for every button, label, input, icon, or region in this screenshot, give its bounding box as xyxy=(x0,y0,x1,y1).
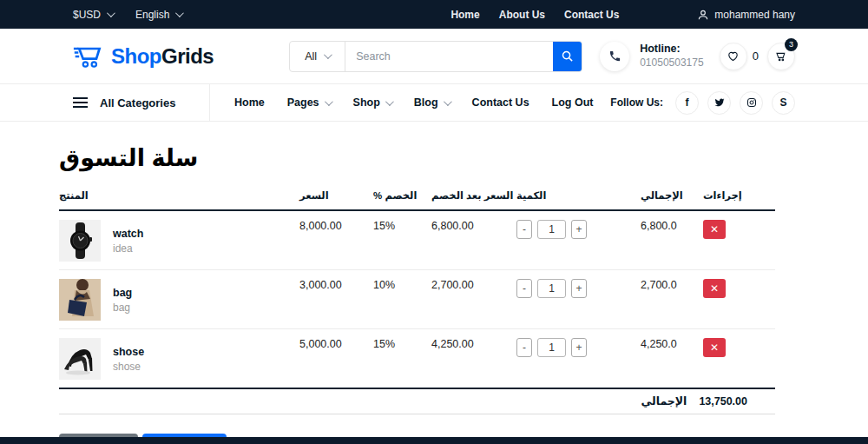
discount-cell: 15% xyxy=(373,329,431,389)
column-header-total: الإجمالي xyxy=(618,189,703,210)
product-name[interactable]: shose xyxy=(113,346,144,358)
cart-section: سلة التسوق المنتج السعر % الخصم السعر بع… xyxy=(59,144,775,444)
hamburger-icon xyxy=(73,97,88,108)
search-button[interactable] xyxy=(553,42,582,71)
instagram-icon[interactable] xyxy=(740,91,763,115)
nav-divider xyxy=(209,84,210,122)
price-cell: 3,000.00 xyxy=(299,270,373,329)
nav-item-blog[interactable]: Blog xyxy=(414,96,450,109)
twitter-icon[interactable] xyxy=(707,91,731,115)
chevron-down-icon xyxy=(324,50,332,59)
column-header-actions: إجراءات xyxy=(703,189,775,210)
delete-icon: ✕ xyxy=(710,341,719,354)
topbar-link-contact[interactable]: Contact Us xyxy=(564,9,619,21)
nav-item-shop[interactable]: Shop xyxy=(353,96,391,109)
remove-item-button[interactable]: ✕ xyxy=(703,220,726,239)
total-cell: 2,700.0 xyxy=(618,270,703,329)
remove-item-button[interactable]: ✕ xyxy=(703,279,726,298)
search-category-value: All xyxy=(305,50,317,63)
phone-icon xyxy=(600,42,629,71)
table-row: bag bag 3,000.00 10% 2,700.00 - + 2,700.… xyxy=(59,270,775,329)
total-cell: 6,800.0 xyxy=(618,210,703,270)
price-after-cell: 2,700.00 xyxy=(431,270,516,329)
cart-button[interactable]: 3 xyxy=(767,43,795,70)
column-header-discount: % الخصم xyxy=(373,189,431,210)
all-categories-button[interactable]: All Categories xyxy=(73,96,209,109)
facebook-icon[interactable]: f xyxy=(675,91,699,115)
discount-cell: 15% xyxy=(373,210,431,270)
column-header-quantity: الكمية xyxy=(516,189,618,210)
hotline-label: Hotline: xyxy=(640,43,703,56)
search-input[interactable] xyxy=(345,42,553,71)
footer-strip xyxy=(0,437,868,444)
quantity-decrease-button[interactable]: - xyxy=(516,279,532,298)
currency-label: $USD xyxy=(73,9,101,21)
quantity-increase-button[interactable]: + xyxy=(571,338,587,357)
cart-icon xyxy=(774,50,788,63)
language-label: English xyxy=(135,9,169,21)
topbar-link-home[interactable]: Home xyxy=(450,9,479,21)
price-after-cell: 6,800.00 xyxy=(431,210,516,270)
logo[interactable]: ShopGrids xyxy=(73,43,214,70)
logo-text-shop: Shop xyxy=(111,44,161,68)
grand-total-label: الإجمالي xyxy=(641,394,687,408)
user-menu[interactable]: mohammed hany xyxy=(697,9,795,21)
quantity-input[interactable] xyxy=(537,279,566,298)
product-category: idea xyxy=(113,242,143,255)
quantity-input[interactable] xyxy=(537,338,566,357)
language-select[interactable]: English xyxy=(135,9,181,21)
watch-image xyxy=(59,220,101,262)
nav-item-shop-label: Shop xyxy=(353,96,380,109)
price-after-cell: 4,250.00 xyxy=(431,329,516,389)
price-cell: 5,000.00 xyxy=(299,329,373,389)
column-header-price-after: السعر بعد الخصم xyxy=(431,189,516,210)
quantity-increase-button[interactable]: + xyxy=(571,220,587,239)
shose-image xyxy=(59,338,101,380)
page-title: سلة التسوق xyxy=(59,144,775,172)
nav-item-pages[interactable]: Pages xyxy=(287,96,331,109)
cart-table: المنتج السعر % الخصم السعر بعد الخصم الك… xyxy=(59,189,775,389)
cart-logo-icon xyxy=(73,43,104,70)
quantity-decrease-button[interactable]: - xyxy=(516,338,532,357)
nav-bar: All Categories Home Pages Shop Blog Cont… xyxy=(0,84,868,122)
product-name[interactable]: watch xyxy=(113,228,143,240)
cart-total-row: الإجمالي 13,750.00 xyxy=(59,389,775,414)
chevron-down-icon xyxy=(444,97,452,106)
chevron-down-icon xyxy=(175,9,184,17)
follow-us-label: Follow Us: xyxy=(610,96,663,109)
total-cell: 4,250.0 xyxy=(618,329,703,389)
discount-cell: 10% xyxy=(373,270,431,329)
price-cell: 8,000.00 xyxy=(299,210,373,270)
heart-icon xyxy=(727,50,740,63)
column-header-price: السعر xyxy=(299,189,373,210)
delete-icon: ✕ xyxy=(710,223,719,235)
product-category: bag xyxy=(113,302,132,314)
all-categories-label: All Categories xyxy=(100,96,175,109)
chevron-down-icon xyxy=(325,97,333,106)
search-category-select[interactable]: All xyxy=(290,42,345,71)
quantity-decrease-button[interactable]: - xyxy=(516,220,532,239)
wishlist-count: 0 xyxy=(753,50,759,63)
main-header: ShopGrids All H xyxy=(0,29,868,84)
chevron-down-icon xyxy=(385,97,394,106)
remove-item-button[interactable]: ✕ xyxy=(703,338,726,357)
wishlist-button[interactable] xyxy=(720,43,747,70)
table-row: shose shose 5,000.00 15% 4,250.00 - + 4,… xyxy=(59,329,775,389)
topbar-link-about[interactable]: About Us xyxy=(499,9,545,21)
grand-total-value: 13,750.00 xyxy=(699,395,747,408)
search-icon xyxy=(561,50,574,63)
chevron-down-icon xyxy=(107,9,115,17)
product-name[interactable]: bag xyxy=(113,287,132,299)
nav-item-blog-label: Blog xyxy=(414,96,438,109)
quantity-increase-button[interactable]: + xyxy=(571,279,587,298)
bag-image xyxy=(59,279,101,321)
skype-icon[interactable]: S xyxy=(772,91,795,115)
currency-select[interactable]: $USD xyxy=(73,9,113,21)
person-icon xyxy=(697,9,709,21)
quantity-input[interactable] xyxy=(537,220,566,239)
hotline: Hotline: 01050503175 xyxy=(600,42,703,71)
nav-item-logout[interactable]: Log Out xyxy=(552,96,594,109)
nav-item-contact[interactable]: Contact Us xyxy=(472,96,529,109)
hotline-number: 01050503175 xyxy=(640,56,703,70)
nav-item-home[interactable]: Home xyxy=(234,96,265,109)
